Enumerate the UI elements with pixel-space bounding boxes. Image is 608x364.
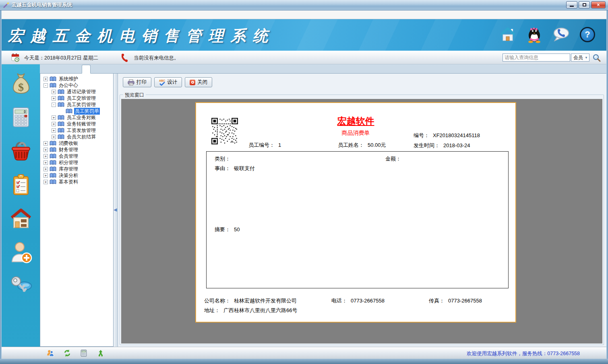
tree-item[interactable]: + 财务管理 <box>40 146 113 153</box>
search-category-value: 会员 <box>573 54 583 61</box>
tree-item[interactable]: + 业务转账管理 <box>40 121 113 127</box>
tab[interactable] <box>50 65 58 73</box>
tree-expander[interactable]: + <box>52 135 56 139</box>
tree-expander[interactable]: + <box>43 148 48 152</box>
preview-canvas: 宏越软件 商品消费单 编号：XF20180324145118 员工编号：1 员工… <box>121 99 602 343</box>
tree-item[interactable]: + 积分管理 <box>40 159 113 166</box>
tree-expander[interactable]: + <box>52 96 56 101</box>
app-logo-text: 宏 越 五 金 机 电 销 售 管 理 系 统 <box>8 26 269 46</box>
tree-expander[interactable]: + <box>52 128 56 133</box>
tree-item-label: 办公中心 <box>58 82 79 89</box>
receipt-reason: 事由：银联支付 <box>215 165 255 172</box>
tree-expander[interactable]: + <box>52 90 56 94</box>
tree-item[interactable]: + 员工交班管理 <box>40 95 113 101</box>
close-label: 关闭 <box>197 79 207 86</box>
tree-item[interactable]: + 系统维护 <box>40 76 113 82</box>
shopping-basket-icon[interactable] <box>9 139 33 162</box>
maximize-icon <box>583 3 586 6</box>
tree-item[interactable]: + 会员管理 <box>40 153 113 159</box>
help-icon[interactable]: ? <box>579 26 596 43</box>
tree-expander[interactable]: + <box>43 173 48 178</box>
tree-expander[interactable]: + <box>43 77 48 81</box>
minimize-icon <box>570 6 574 7</box>
calculator-icon[interactable]: 0 <box>9 105 33 129</box>
book-icon <box>58 89 64 95</box>
money-bag-icon[interactable]: $ <box>9 72 33 95</box>
tab[interactable] <box>41 65 50 73</box>
calculator-small-icon[interactable] <box>81 350 88 357</box>
tree-item[interactable]: 员工奖罚单 <box>40 108 113 114</box>
navigation-tree: + 系统维护 - 办公中心 + 通话记录管理 + 员工交班管理 - 员工奖罚管理 <box>40 74 114 347</box>
tree-expander[interactable]: + <box>43 167 48 171</box>
app-icon <box>3 2 9 8</box>
chevron-down-icon: ▼ <box>585 56 588 60</box>
tab[interactable] <box>58 65 66 73</box>
close-button[interactable]: × <box>591 1 606 8</box>
tree-expander[interactable]: - <box>52 103 56 107</box>
qq-penguin-icon[interactable] <box>526 26 543 43</box>
tree-item[interactable]: + 消费收银 <box>40 140 113 146</box>
close-preview-button[interactable]: 关闭 <box>185 77 212 87</box>
tree-item-label: 财务管理 <box>58 146 79 153</box>
tab[interactable] <box>66 65 74 73</box>
receipt-fax: 传真：0773-2667558 <box>429 297 482 304</box>
tree-item[interactable]: + 基本资料 <box>40 179 113 185</box>
tree-item[interactable]: - 员工奖罚管理 <box>40 101 113 108</box>
tree-item[interactable]: + 工资发放管理 <box>40 127 113 134</box>
tree-item-label: 员工业务对账 <box>66 114 97 121</box>
book-icon <box>58 115 64 120</box>
tree-expander[interactable]: - <box>43 83 48 88</box>
refresh-icon[interactable] <box>64 350 71 357</box>
house-icon[interactable] <box>9 207 33 230</box>
tab[interactable] <box>74 65 82 73</box>
maximize-button[interactable] <box>579 1 590 8</box>
search-category-select[interactable]: 会员 ▼ <box>571 53 589 62</box>
tree-item-label: 员工奖罚管理 <box>66 101 97 108</box>
tree-item-label: 会员欠款结算 <box>66 134 97 140</box>
toolbar: 打印 ABC 设计 关闭 <box>123 77 212 87</box>
tree-expander[interactable]: + <box>43 160 48 165</box>
search-input[interactable] <box>503 53 570 62</box>
tree-item[interactable]: + 库存管理 <box>40 166 113 172</box>
panel-splitter[interactable]: ◀ <box>114 74 118 347</box>
tree-expander[interactable]: + <box>52 122 56 126</box>
receipt-occur-time: 发生时间：2018-03-24 <box>414 142 470 149</box>
svg-text:$: $ <box>18 81 24 93</box>
collapse-arrow-icon[interactable]: ◀ <box>114 207 117 212</box>
window-frame-bottom <box>0 359 608 364</box>
tree-item[interactable]: - 办公中心 <box>40 82 113 88</box>
tree-expander[interactable]: + <box>43 141 48 146</box>
title-bar: 宏越五金机电销售管理系统 × <box>0 0 608 10</box>
preview-groupbox: 预览窗口 宏越软件 商品消费单 编号：XF20180324145118 员工编号… <box>120 95 604 345</box>
calendar-icon <box>11 53 20 62</box>
receipt-page: 宏越软件 商品消费单 编号：XF20180324145118 员工编号：1 员工… <box>195 102 516 323</box>
add-user-icon[interactable] <box>9 241 33 264</box>
tree-item[interactable]: + 会员欠款结算 <box>40 134 113 140</box>
users-icon[interactable] <box>47 350 54 357</box>
print-button[interactable]: 打印 <box>123 77 151 87</box>
book-icon <box>50 160 56 165</box>
book-icon <box>58 134 64 140</box>
tree-item[interactable]: + 通话记录管理 <box>40 88 113 95</box>
tree-expander[interactable]: + <box>43 180 48 184</box>
key-icon[interactable] <box>9 274 33 298</box>
call-status-text: 当前没有来电信息。 <box>134 55 179 62</box>
receipt-employee-name: 员工姓名：50.00元 <box>338 142 386 149</box>
tree-item[interactable]: + 决策分析 <box>40 172 113 179</box>
book-icon <box>66 109 72 114</box>
branch-arrow-icon[interactable] <box>97 350 105 357</box>
home-icon[interactable] <box>499 26 516 43</box>
call-bubble-icon[interactable] <box>552 26 569 43</box>
tree-item-label: 消费收银 <box>58 140 79 147</box>
receipt-number: 编号：XF20180324145118 <box>414 132 480 139</box>
tree-expander[interactable]: + <box>43 154 48 158</box>
checklist-clipboard-icon[interactable] <box>9 173 33 196</box>
book-icon <box>50 147 56 152</box>
tree-item[interactable]: + 员工业务对账 <box>40 114 113 121</box>
tree-expander[interactable]: + <box>52 115 56 120</box>
tree-item-label: 系统维护 <box>58 76 79 82</box>
search-icon[interactable] <box>593 54 601 62</box>
minimize-button[interactable] <box>566 1 577 8</box>
design-button[interactable]: ABC 设计 <box>154 77 182 87</box>
tab[interactable] <box>82 65 91 74</box>
